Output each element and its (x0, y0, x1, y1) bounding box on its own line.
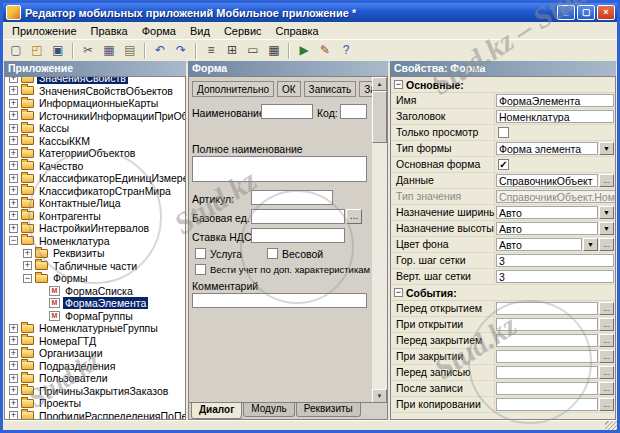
menu-item[interactable]: Вид (183, 24, 217, 38)
property-input[interactable] (496, 350, 598, 363)
checkbox-checked-icon[interactable]: ✓ (498, 159, 509, 170)
collapse-icon[interactable]: − (394, 288, 403, 297)
property-input[interactable] (496, 302, 598, 315)
tree-item[interactable]: МФормаСписка (5, 285, 185, 298)
expander-icon[interactable]: + (9, 186, 18, 195)
ellipsis-button[interactable]: … (599, 318, 614, 331)
tree-icon[interactable]: ⊞ (222, 41, 242, 61)
form-tab[interactable]: Модуль (243, 403, 294, 417)
tree-item[interactable]: +КлассификаторЕдиницИзмерен (5, 172, 185, 185)
resize-grip[interactable] (605, 421, 617, 430)
scroll-down-icon[interactable]: ▼ (372, 389, 387, 403)
property-input[interactable] (496, 334, 598, 347)
property-input[interactable]: Форма элемента (496, 142, 598, 155)
property-input[interactable]: Авто (496, 206, 598, 219)
expander-icon[interactable]: + (9, 86, 18, 95)
tree-item[interactable]: +ИнформационныеКарты (5, 97, 185, 110)
expander-icon[interactable]: + (9, 224, 18, 233)
menu-item[interactable]: Приложение (5, 24, 84, 38)
tree-item[interactable]: +КонтактныеЛица (5, 197, 185, 210)
tree-item[interactable]: +НастройкиИнтервалов (5, 222, 185, 235)
property-input[interactable]: 3 (496, 254, 614, 267)
tree-item[interactable]: +Проекты (5, 397, 185, 410)
menu-item[interactable]: Сервис (217, 24, 269, 38)
expander-icon[interactable]: + (23, 249, 32, 258)
expander-icon[interactable]: + (9, 386, 18, 395)
menu-item[interactable]: Правка (84, 24, 135, 38)
paste-icon[interactable]: ▤ (120, 41, 140, 61)
expander-icon[interactable]: + (9, 361, 18, 370)
dropdown-button[interactable]: ▼ (599, 222, 614, 235)
expander-icon[interactable]: + (9, 124, 18, 133)
expander-icon[interactable]: + (9, 324, 18, 333)
help-icon[interactable]: ? (336, 41, 356, 61)
ellipsis-button[interactable]: … (599, 334, 614, 347)
property-input[interactable]: Авто (496, 238, 582, 251)
tree-panel-header[interactable]: Приложение (4, 61, 186, 76)
expander-icon[interactable]: − (9, 236, 18, 245)
property-input[interactable]: Авто (496, 222, 598, 235)
menu-item[interactable]: Форма (135, 24, 183, 38)
tree-item[interactable]: +КлассификаторСтранМира (5, 185, 185, 198)
expander-icon[interactable]: + (9, 149, 18, 158)
redo-icon[interactable]: ↷ (171, 41, 191, 61)
window-icon[interactable]: ▭ (243, 41, 263, 61)
tree-item[interactable]: +Табличные части (5, 260, 185, 273)
form-button[interactable]: Закрыть (359, 81, 372, 97)
expander-icon[interactable]: + (23, 261, 32, 270)
ellipsis-button[interactable]: … (599, 174, 614, 187)
property-input[interactable] (496, 382, 598, 395)
property-section-header[interactable]: −События: (391, 285, 615, 301)
maximize-button[interactable]: ▢ (577, 5, 595, 20)
property-input[interactable]: 3 (496, 270, 614, 283)
ellipsis-button[interactable]: … (599, 350, 614, 363)
expander-icon[interactable]: − (23, 274, 32, 283)
expander-icon[interactable]: + (9, 399, 18, 408)
title-bar[interactable]: Редактор мобильных приложений Мобильное … (3, 3, 617, 22)
article-input[interactable] (251, 190, 333, 205)
ellipsis-button[interactable]: … (599, 302, 614, 315)
tree-item[interactable]: −Номенклатура (5, 235, 185, 248)
expander-icon[interactable]: + (9, 174, 18, 183)
expander-icon[interactable]: + (9, 411, 18, 420)
grid-icon[interactable]: ▦ (264, 41, 284, 61)
tree-item[interactable]: +ЗначенияСвойствОбъектов (5, 85, 185, 98)
dropdown-button[interactable]: ▼ (583, 238, 598, 251)
base-unit-ellipsis-button[interactable]: … (346, 209, 362, 224)
expander-icon[interactable]: + (9, 199, 18, 208)
comment-input[interactable] (192, 293, 367, 308)
extra-accounting-checkbox[interactable] (195, 264, 206, 275)
ellipsis-button[interactable]: … (599, 398, 614, 411)
property-input[interactable]: Номенклатура (496, 110, 614, 123)
form-button[interactable]: ОК (277, 81, 301, 97)
expander-icon[interactable]: + (9, 76, 18, 83)
form-vertical-scrollbar[interactable]: ▲ ▼ (372, 77, 387, 403)
tree-item[interactable]: +ПричиныЗакрытияЗаказов (5, 385, 185, 398)
tree-item[interactable]: +Контрагенты (5, 210, 185, 223)
properties-panel-header[interactable]: Свойства: Форма (390, 61, 616, 76)
expander-icon[interactable]: + (9, 336, 18, 345)
base-unit-input[interactable] (251, 209, 345, 224)
minimize-button[interactable]: _ (557, 5, 575, 20)
tree-item[interactable]: +Качество (5, 160, 185, 173)
new-icon[interactable]: ▢ (6, 41, 26, 61)
full-name-input[interactable] (192, 156, 367, 182)
menu-item[interactable]: Справка (269, 24, 326, 38)
tree-item[interactable]: −Формы (5, 272, 185, 285)
tree-item[interactable]: +КассыККМ (5, 135, 185, 148)
property-section-header[interactable]: −Основные: (391, 77, 615, 93)
tree-item[interactable]: +Кассы (5, 122, 185, 135)
expander-icon[interactable]: + (9, 99, 18, 108)
copy-icon[interactable]: ▦ (99, 41, 119, 61)
collapse-icon[interactable]: − (394, 80, 403, 89)
tree-item[interactable]: +КатегорииОбъектов (5, 147, 185, 160)
tree-item[interactable]: МФормаГруппы (5, 310, 185, 323)
open-icon[interactable]: ◰ (27, 41, 47, 61)
ellipsis-button[interactable]: … (599, 238, 614, 251)
save-icon[interactable]: ▣ (48, 41, 68, 61)
expander-icon[interactable]: + (9, 111, 18, 120)
form-button[interactable]: Дополнительно (192, 81, 274, 97)
tree-item[interactable]: +ЗначенияСвойств (5, 76, 185, 85)
form-panel-header[interactable]: Форма (188, 61, 388, 76)
scrollbar-thumb[interactable] (372, 91, 387, 143)
